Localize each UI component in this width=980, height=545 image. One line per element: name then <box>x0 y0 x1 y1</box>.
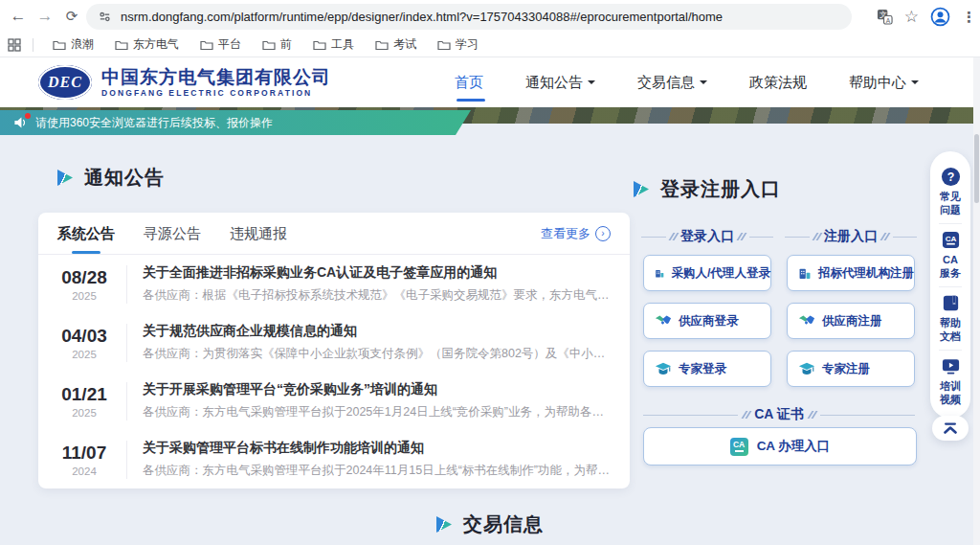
supplier-login-button[interactable]: 供应商登录 <box>643 303 771 339</box>
trade-section: 交易信息 <box>0 511 980 537</box>
ca-service-item[interactable]: CA CA服务 <box>930 224 970 286</box>
screen: ← → ⟳ nsrm.dongfang.com/platform/runtime… <box>0 0 980 545</box>
faq-item[interactable]: ? 常见问题 <box>930 161 970 223</box>
notices-card: 系统公告 寻源公告 违规通报 查看更多 › 08/28 2025 关于全面推进非… <box>38 213 630 488</box>
notice-date: 11/07 2024 <box>57 443 111 477</box>
notice-desc: 各供应商：东方电气采购管理平台拟于2025年1月24日上线“竞价采购”业务，为帮… <box>143 404 612 420</box>
handshake-icon <box>655 313 672 329</box>
company-name-en: DONGFANG ELECTRIC CORPORATION <box>101 88 331 98</box>
bookmark-label: 学习 <box>456 36 479 53</box>
folder-icon <box>53 39 66 51</box>
nav-help-center[interactable]: 帮助中心 <box>849 57 919 107</box>
nav-notices[interactable]: 通知公告 <box>525 57 595 107</box>
ticker-text: 请使用360安全浏览器进行后续投标、报价操作 <box>35 115 273 131</box>
svg-text:CA: CA <box>945 234 956 242</box>
notice-divider <box>126 441 127 479</box>
dec-logo-icon: DEC <box>38 65 92 100</box>
main-nav: 首页 通知公告 交易信息 政策法规 帮助中心 <box>455 57 919 107</box>
ca-badge-icon: CA <box>730 438 748 456</box>
chevron-up-icon <box>943 422 958 434</box>
bookmark-folder[interactable]: 学习 <box>430 34 486 55</box>
notice-row[interactable]: 04/03 2025 关于规范供应商企业规模信息的通知 各供应商：为贯彻落实《保… <box>38 313 630 372</box>
scrollbar-thumb[interactable] <box>974 134 979 203</box>
company-logo[interactable]: DEC 中国东方电气集团有限公司 DONGFANG ELECTRIC CORPO… <box>38 65 331 100</box>
bookmark-label: 前 <box>280 36 292 53</box>
bookmark-folder[interactable]: 浪潮 <box>45 34 101 55</box>
section-arrow-icon <box>57 170 73 186</box>
notice-title[interactable]: 关于开展采购管理平台“竞价采购业务”培训的通知 <box>143 381 612 398</box>
login-section-title: 登录注册入口 <box>660 176 781 202</box>
reload-icon[interactable]: ⟳ <box>59 4 84 29</box>
bookmark-folder[interactable]: 前 <box>255 34 300 55</box>
notices-section-title: 通知公告 <box>84 165 165 191</box>
bookmark-folder[interactable]: 东方电气 <box>107 34 187 55</box>
nav-home[interactable]: 首页 <box>455 57 483 107</box>
scrollbar-track[interactable] <box>973 57 980 545</box>
folder-icon <box>115 39 128 51</box>
apps-grid-icon[interactable] <box>8 38 21 52</box>
bookmark-folder[interactable]: 平台 <box>192 34 249 55</box>
expert-login-button[interactable]: 专家登录 <box>643 351 771 387</box>
nav-trade-info[interactable]: 交易信息 <box>637 57 707 107</box>
bookmark-folder[interactable]: 考试 <box>368 34 424 55</box>
notice-title[interactable]: 关于全面推进非招标采购业务CA认证及电子签章应用的通知 <box>143 264 612 282</box>
notice-row[interactable]: 01/21 2025 关于开展采购管理平台“竞价采购业务”培训的通知 各供应商：… <box>38 372 630 430</box>
tab-violation-reports[interactable]: 违规通报 <box>230 213 287 254</box>
video-icon <box>940 355 961 376</box>
tab-sourcing-notices[interactable]: 寻源公告 <box>144 213 201 254</box>
folder-icon <box>313 39 326 51</box>
notice-body: 关于规范供应商企业规模信息的通知 各供应商：为贯彻落实《保障中小企业款项支付条例… <box>143 323 612 362</box>
bidding-agency-register-button[interactable]: 招标代理机构注册 <box>787 255 915 291</box>
view-more-link[interactable]: 查看更多 › <box>541 225 611 242</box>
notice-row[interactable]: 08/28 2025 关于全面推进非招标采购业务CA认证及电子签章应用的通知 各… <box>38 255 630 313</box>
document-icon <box>940 292 961 313</box>
bookmark-star-icon[interactable]: ☆ <box>904 7 919 27</box>
bookmark-label: 浪潮 <box>71 36 94 53</box>
company-name-cn: 中国东方电气集团有限公司 <box>101 67 331 88</box>
expert-register-button[interactable]: 专家注册 <box>787 351 915 387</box>
question-icon: ? <box>940 166 961 187</box>
folder-icon <box>262 39 276 51</box>
login-entry-header: 登录入口 <box>680 228 734 245</box>
bookmark-label: 考试 <box>393 36 416 53</box>
profile-avatar-icon[interactable] <box>930 7 950 27</box>
site-info-icon[interactable] <box>98 10 112 24</box>
ca-icon: CA <box>940 229 961 250</box>
back-to-top-button[interactable] <box>932 416 969 441</box>
notice-divider <box>126 265 127 304</box>
help-docs-item[interactable]: 帮助文档 <box>930 287 970 350</box>
purchaser-agent-login-button[interactable]: 采购人/代理人登录 <box>643 255 771 291</box>
browser-toolbar: ← → ⟳ nsrm.dongfang.com/platform/runtime… <box>0 0 980 33</box>
bookmarks-bar: 浪潮 东方电气 平台 前 工具 考试 学习 <box>0 33 980 57</box>
nav-policies[interactable]: 政策法规 <box>749 57 807 107</box>
login-entry-divider: 登录入口 <box>641 228 773 245</box>
announcement-ticker[interactable]: 请使用360安全浏览器进行后续投标、报价操作 <box>0 110 471 135</box>
back-icon[interactable]: ← <box>6 4 31 29</box>
notices-section-heading: 通知公告 <box>57 165 165 191</box>
url-text: nsrm.dongfang.com/platform/runtime/epp/d… <box>121 10 723 24</box>
notice-title[interactable]: 关于规范供应商企业规模信息的通知 <box>143 323 612 340</box>
building-icon <box>655 265 665 282</box>
notice-body: 关于全面推进非招标采购业务CA认证及电子签章应用的通知 各供应商：根据《电子招标… <box>143 264 612 304</box>
notice-desc: 各供应商：为贯彻落实《保障中小企业款项支付条例》（国务院令第802号）及《中小企… <box>143 346 612 362</box>
svg-text:A: A <box>885 17 890 24</box>
training-videos-item[interactable]: 培训视频 <box>930 351 970 413</box>
bookmark-label: 平台 <box>218 36 241 53</box>
bookmarks-divider <box>33 38 33 52</box>
forward-icon[interactable]: → <box>33 4 57 29</box>
notice-row[interactable]: 11/07 2024 关于采购管理平台标书在线制作功能培训的通知 各供应商：东方… <box>38 430 630 488</box>
tab-system-notices[interactable]: 系统公告 <box>57 213 115 254</box>
notice-title[interactable]: 关于采购管理平台标书在线制作功能培训的通知 <box>143 440 612 457</box>
menu-kebab-icon[interactable]: ⋮ <box>962 9 976 26</box>
chevron-down-icon <box>700 80 707 88</box>
logo-text: 中国东方电气集团有限公司 DONGFANG ELECTRIC CORPORATI… <box>101 67 331 98</box>
ca-apply-button[interactable]: CA CA 办理入口 <box>643 427 917 466</box>
building-icon <box>798 265 812 282</box>
bookmark-folder[interactable]: 工具 <box>305 34 362 55</box>
notice-divider <box>126 324 127 362</box>
supplier-register-button[interactable]: 供应商注册 <box>787 303 915 339</box>
register-entry-divider: 注册入口 <box>785 228 917 245</box>
register-entry-header: 注册入口 <box>824 228 878 245</box>
url-bar[interactable]: nsrm.dongfang.com/platform/runtime/epp/d… <box>86 4 852 30</box>
translate-icon[interactable]: 文 A <box>877 9 893 25</box>
